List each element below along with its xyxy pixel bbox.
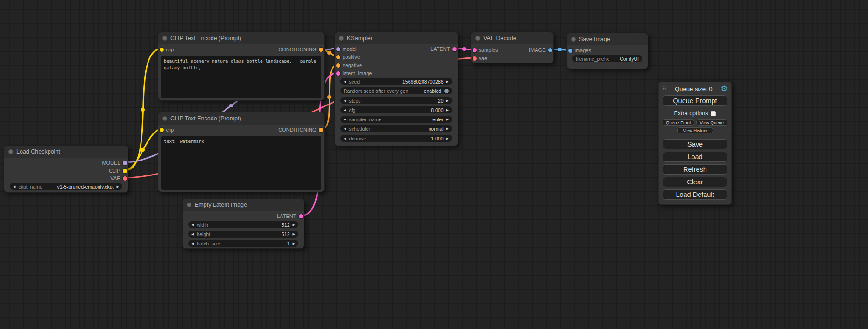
input-slot-clip[interactable]: clip — [160, 126, 174, 133]
queue-prompt-button[interactable]: Queue Prompt — [663, 95, 727, 106]
model-port-icon[interactable] — [123, 161, 127, 165]
arrow-left-icon[interactable]: ◀ — [344, 80, 346, 83]
arrow-right-icon[interactable]: ▶ — [446, 108, 449, 112]
collapse-dot-icon[interactable] — [8, 149, 13, 154]
input-slot-clip[interactable]: clip — [160, 46, 174, 53]
conditioning-port-icon[interactable] — [319, 128, 323, 132]
conditioning-port-icon[interactable] — [336, 63, 340, 68]
widget-batch-size[interactable]: ◀ batch_size 1 ▶ — [188, 240, 298, 247]
collapse-dot-icon[interactable] — [162, 116, 167, 121]
conditioning-port-icon[interactable] — [336, 55, 340, 59]
latent-port-icon[interactable] — [452, 47, 457, 51]
collapse-dot-icon[interactable] — [475, 36, 480, 41]
image-port-icon[interactable] — [568, 49, 572, 53]
prompt-textarea[interactable]: text, watermark — [161, 136, 321, 190]
widget-width[interactable]: ◀ width 512 ▶ — [188, 221, 298, 228]
collapse-dot-icon[interactable] — [571, 37, 576, 42]
model-port-icon[interactable] — [336, 47, 340, 51]
settings-gear-icon[interactable]: ⚙ — [721, 85, 727, 92]
node-graph-canvas[interactable]: Load Checkpoint MODEL CLIP VAE ◀ ckpt_na… — [0, 0, 868, 329]
drag-handle-icon[interactable]: ⣿ — [663, 86, 666, 92]
load-default-button[interactable]: Load Default — [663, 189, 727, 200]
collapse-dot-icon[interactable] — [162, 36, 167, 41]
widget-cfg[interactable]: ◀ cfg 8.000 ▶ — [340, 106, 452, 113]
output-slot-image[interactable]: IMAGE — [529, 46, 552, 54]
output-slot-clip[interactable]: CLIP — [109, 167, 127, 175]
output-slot-latent[interactable]: LATENT — [430, 45, 456, 53]
output-slot-conditioning[interactable]: CONDITIONING — [278, 126, 323, 133]
clip-port-icon[interactable] — [123, 169, 127, 173]
node-ksampler[interactable]: KSampler model positive negative latent_… — [334, 32, 458, 146]
node-clip-text-encode-positive[interactable]: CLIP Text Encode (Prompt) clip CONDITION… — [158, 32, 325, 101]
input-slot-images[interactable]: images — [568, 47, 591, 54]
arrow-left-icon[interactable]: ◀ — [191, 232, 194, 236]
arrow-right-icon[interactable]: ▶ — [446, 99, 449, 102]
node-save-image[interactable]: Save Image images filename_prefix ComfyU… — [566, 33, 648, 69]
output-slot-latent[interactable]: LATENT — [277, 212, 303, 220]
arrow-right-icon[interactable]: ▶ — [293, 223, 295, 226]
widget-sampler-name[interactable]: ◀ sampler_name euler ▶ — [340, 116, 452, 123]
arrow-right-icon[interactable]: ▶ — [446, 118, 449, 121]
arrow-right-icon[interactable]: ▶ — [117, 185, 119, 188]
arrow-right-icon[interactable]: ▶ — [446, 137, 449, 140]
widget-denoise[interactable]: ◀ denoise 1.000 ▶ — [340, 135, 452, 142]
collapse-dot-icon[interactable] — [187, 203, 191, 207]
arrow-left-icon[interactable]: ◀ — [344, 118, 346, 121]
node-clip-text-encode-negative[interactable]: CLIP Text Encode (Prompt) clip CONDITION… — [158, 112, 325, 192]
save-button[interactable]: Save — [663, 139, 727, 149]
node-title-bar[interactable]: Save Image — [567, 33, 648, 45]
input-slot-latent-image[interactable]: latent_image — [336, 70, 372, 77]
arrow-right-icon[interactable]: ▶ — [293, 242, 295, 245]
widget-seed[interactable]: ◀ seed 156680208700286 ▶ — [340, 78, 452, 85]
collapse-dot-icon[interactable] — [339, 36, 344, 41]
clip-port-icon[interactable] — [160, 48, 164, 52]
node-vae-decode[interactable]: VAE Decode samples vae IMAGE — [471, 32, 554, 63]
toggle-knob-icon[interactable] — [444, 89, 449, 93]
arrow-left-icon[interactable]: ◀ — [191, 242, 194, 245]
clear-button[interactable]: Clear — [663, 177, 727, 187]
widget-steps[interactable]: ◀ steps 20 ▶ — [340, 97, 452, 104]
input-slot-positive[interactable]: positive — [336, 53, 360, 61]
latent-port-icon[interactable] — [336, 71, 340, 76]
arrow-left-icon[interactable]: ◀ — [344, 137, 346, 140]
node-title-bar[interactable]: KSampler — [335, 32, 458, 44]
latent-port-icon[interactable] — [473, 48, 477, 52]
vae-port-icon[interactable] — [473, 56, 477, 61]
vae-port-icon[interactable] — [123, 176, 127, 181]
node-title-bar[interactable]: CLIP Text Encode (Prompt) — [158, 32, 324, 44]
input-slot-negative[interactable]: negative — [336, 62, 362, 69]
extra-options-checkbox[interactable] — [711, 111, 716, 116]
node-empty-latent-image[interactable]: Empty Latent Image LATENT ◀ width 512 ▶ … — [182, 198, 304, 249]
input-slot-vae[interactable]: vae — [473, 55, 487, 62]
widget-random-seed-toggle[interactable]: Random seed after every gen enabled — [340, 87, 452, 94]
node-load-checkpoint[interactable]: Load Checkpoint MODEL CLIP VAE ◀ ckpt_na… — [4, 145, 128, 193]
image-port-icon[interactable] — [548, 48, 552, 52]
widget-ckpt-name[interactable]: ◀ ckpt_name v1-5-pruned-emaonly.ckpt ▶ — [10, 183, 122, 190]
comfy-menu[interactable]: ⣿ Queue size: 0 ⚙ Queue Prompt Extra opt… — [658, 82, 732, 205]
output-slot-conditioning[interactable]: CONDITIONING — [278, 46, 323, 53]
arrow-right-icon[interactable]: ▶ — [446, 127, 449, 130]
arrow-left-icon[interactable]: ◀ — [344, 108, 346, 112]
widget-height[interactable]: ◀ height 512 ▶ — [188, 231, 298, 238]
node-title-bar[interactable]: VAE Decode — [471, 32, 553, 44]
widget-scheduler[interactable]: ◀ scheduler normal ▶ — [340, 125, 452, 132]
node-title-bar[interactable]: Empty Latent Image — [183, 199, 304, 211]
conditioning-port-icon[interactable] — [319, 48, 323, 52]
widget-filename-prefix[interactable]: filename_prefix ComfyUI — [572, 55, 642, 62]
view-history-button[interactable]: View History — [677, 127, 713, 133]
clip-port-icon[interactable] — [160, 128, 164, 132]
prompt-textarea[interactable]: beautiful scenery nature glass bottle la… — [161, 56, 321, 98]
output-slot-model[interactable]: MODEL — [102, 159, 127, 167]
input-slot-samples[interactable]: samples — [473, 46, 498, 54]
queue-front-button[interactable]: Queue Front — [663, 119, 694, 126]
latent-port-icon[interactable] — [299, 214, 303, 218]
load-button[interactable]: Load — [663, 152, 727, 162]
arrow-left-icon[interactable]: ◀ — [13, 185, 15, 188]
arrow-right-icon[interactable]: ▶ — [446, 80, 449, 83]
arrow-left-icon[interactable]: ◀ — [344, 99, 346, 102]
view-queue-button[interactable]: View Queue — [696, 119, 728, 126]
node-title-bar[interactable]: Load Checkpoint — [4, 146, 128, 158]
arrow-right-icon[interactable]: ▶ — [293, 232, 295, 236]
output-slot-vae[interactable]: VAE — [110, 175, 127, 182]
arrow-left-icon[interactable]: ◀ — [191, 223, 194, 226]
